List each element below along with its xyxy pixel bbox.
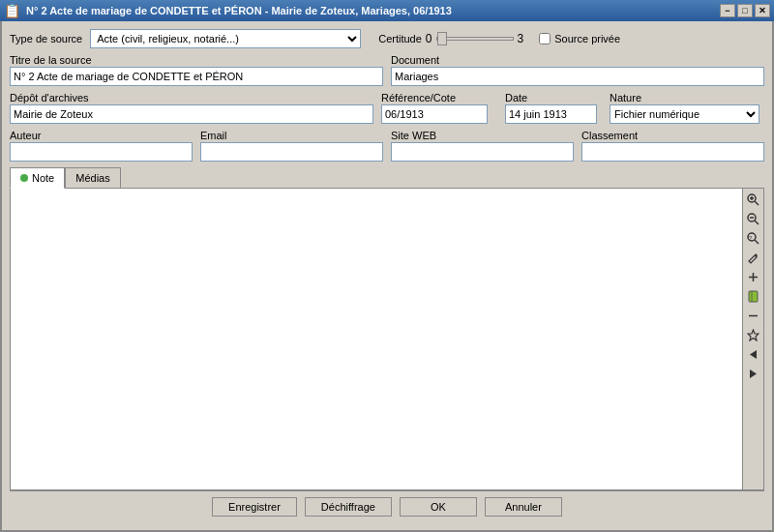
certitude-section: Certitude 0 3	[378, 32, 523, 45]
email-section: Email	[200, 130, 383, 162]
title-bar: 📋 N° 2 Acte de mariage de CONDETTE et PÉ…	[0, 0, 774, 21]
dechiffrage-button[interactable]: Déchiffrage	[305, 497, 392, 517]
document-label: Document	[391, 54, 764, 66]
annuler-button[interactable]: Annuler	[485, 497, 562, 517]
maximize-button[interactable]: □	[737, 4, 753, 17]
date-section: Date	[505, 92, 602, 124]
source-privee-checkbox[interactable]	[539, 33, 551, 44]
certitude-slider[interactable]	[436, 37, 514, 41]
book-icon[interactable]	[745, 287, 762, 305]
svg-text:?: ?	[749, 235, 753, 241]
source-privee-label: Source privée	[554, 33, 620, 44]
tabs-container: Note Médias	[10, 167, 764, 189]
type-source-label: Type de source	[10, 33, 82, 44]
depot-archives-label: Dépôt d'archives	[10, 92, 373, 103]
tab-medias[interactable]: Médias	[65, 167, 120, 189]
depot-archives-section: Dépôt d'archives	[10, 92, 373, 124]
auteur-label: Auteur	[10, 130, 193, 141]
zoom-in-icon[interactable]	[745, 191, 762, 208]
nature-section: Nature Fichier numérique Papier Microfil…	[610, 92, 764, 124]
back-icon[interactable]	[745, 345, 762, 363]
bottom-wrapper: Enregistrer Déchiffrage OK Annuler	[10, 490, 764, 522]
reference-section: Référence/Cote	[381, 92, 497, 124]
certitude-max-display: 3	[518, 32, 524, 45]
reference-input[interactable]	[381, 104, 488, 124]
date-input[interactable]	[505, 104, 597, 124]
auteur-section: Auteur	[10, 130, 193, 162]
auteur-row: Auteur Email Site WEB Classement	[10, 130, 764, 162]
depot-row: Dépôt d'archives Référence/Cote Date Nat…	[10, 92, 764, 124]
tab-note-label: Note	[32, 172, 54, 184]
classement-section: Classement	[581, 130, 764, 162]
document-input[interactable]	[391, 67, 764, 86]
svg-line-5	[755, 221, 759, 224]
svg-line-8	[755, 240, 759, 244]
zoom-fit-icon[interactable]: ?	[745, 229, 762, 247]
svg-marker-15	[748, 330, 759, 340]
tab-medias-label: Médias	[75, 172, 109, 184]
forward-icon[interactable]	[745, 365, 762, 382]
auteur-input[interactable]	[10, 142, 193, 162]
main-window: Type de source Acte (civil, religieux, n…	[0, 21, 774, 532]
date-label: Date	[505, 92, 602, 103]
email-label: Email	[200, 130, 383, 141]
star-icon[interactable]	[745, 326, 762, 343]
depot-archives-input[interactable]	[10, 104, 373, 124]
ok-button[interactable]: OK	[400, 497, 477, 517]
window-title: N° 2 Acte de mariage de CONDETTE et PÉRO…	[26, 5, 452, 16]
certitude-value-display: 0	[426, 32, 432, 45]
bottom-bar: Enregistrer Déchiffrage OK Annuler	[10, 490, 764, 522]
titre-source-input[interactable]	[10, 67, 383, 86]
edit-icon[interactable]	[745, 249, 762, 266]
titre-document-row: Titre de la source Document	[10, 54, 764, 86]
titre-source-section: Titre de la source	[10, 54, 383, 86]
nature-select[interactable]: Fichier numérique Papier Microfilm	[610, 104, 759, 124]
enregistrer-button[interactable]: Enregistrer	[212, 497, 297, 517]
svg-marker-17	[750, 369, 757, 378]
minimize-button[interactable]: −	[720, 4, 735, 17]
content-area: ?	[10, 188, 764, 490]
note-textarea[interactable]	[11, 189, 742, 489]
certitude-label: Certitude	[378, 33, 422, 44]
add-icon[interactable]	[745, 268, 762, 285]
type-source-select[interactable]: Acte (civil, religieux, notarié...)	[90, 29, 361, 48]
svg-marker-16	[750, 350, 757, 359]
titre-source-label: Titre de la source	[10, 54, 383, 66]
email-input[interactable]	[200, 142, 383, 162]
nature-label: Nature	[610, 92, 764, 103]
site-web-label: Site WEB	[391, 130, 574, 141]
zoom-out-icon[interactable]	[745, 210, 762, 227]
reference-label: Référence/Cote	[381, 92, 497, 103]
right-sidebar: ?	[742, 189, 763, 489]
tab-dot	[20, 174, 28, 182]
source-privee-section: Source privée	[539, 33, 620, 44]
type-source-row: Type de source Acte (civil, religieux, n…	[10, 29, 764, 48]
site-web-section: Site WEB	[391, 130, 574, 162]
svg-line-1	[755, 201, 759, 205]
close-button[interactable]: ✕	[755, 4, 770, 17]
svg-rect-12	[749, 291, 758, 302]
remove-icon[interactable]	[745, 307, 762, 324]
classement-input[interactable]	[581, 142, 764, 162]
tab-note[interactable]: Note	[10, 167, 65, 189]
classement-label: Classement	[581, 130, 764, 141]
document-section: Document	[391, 54, 764, 86]
site-web-input[interactable]	[391, 142, 574, 162]
